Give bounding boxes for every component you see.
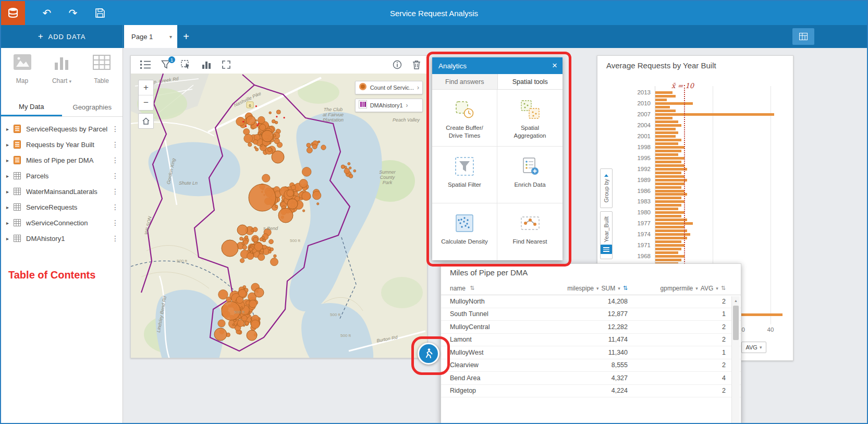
tab-geographies[interactable]: Geographies (62, 98, 123, 116)
expand-icon[interactable] (222, 60, 231, 69)
expand-caret-icon[interactable]: ▸ (6, 173, 14, 179)
bar-1972[interactable] (655, 240, 681, 243)
zoom-in-button[interactable]: + (139, 80, 153, 95)
table-row[interactable]: MulloyNorth14,2082 (441, 295, 741, 308)
chevron-down-icon[interactable]: ▾ (618, 286, 620, 291)
spatial-filter-tool[interactable]: Spatial Filter (432, 147, 497, 203)
bar-1978[interactable] (655, 219, 687, 221)
bar-1983[interactable] (655, 200, 684, 203)
enrich-data-tool[interactable]: Enrich Data (497, 147, 563, 203)
analytics-fab[interactable] (418, 343, 439, 365)
bar-1967[interactable] (655, 259, 681, 261)
legend-item-dmahistory1[interactable]: DMAhistory1 › (355, 99, 423, 112)
tab-page-1[interactable]: Page 1 ▾ (124, 25, 177, 48)
page-overview-button[interactable] (792, 28, 814, 45)
filter-icon[interactable]: 1 (161, 60, 170, 69)
map-viewport[interactable]: 6 p. Creek RdNashville PikeGordon XingSh… (131, 74, 427, 358)
tab-spatial-tools[interactable]: Spatial tools (498, 74, 563, 89)
bar-1982[interactable] (655, 204, 681, 207)
dataset-options-icon[interactable]: ⋮ (110, 156, 120, 164)
sort-icon[interactable]: ⇅ (623, 285, 628, 292)
chevron-down-icon[interactable]: ▾ (596, 286, 599, 291)
column-header-name[interactable]: name ⇅ (450, 285, 565, 292)
bar-2007[interactable] (655, 113, 774, 116)
bar-1974[interactable] (655, 233, 690, 236)
bar-1984[interactable] (655, 197, 681, 199)
dataset-options-icon[interactable]: ⋮ (110, 172, 120, 180)
bar-1997[interactable] (655, 150, 681, 152)
bar-2003[interactable] (655, 128, 676, 130)
bar-2008[interactable] (655, 110, 676, 112)
dataset-row-servicerequests-by-parcel[interactable]: ▸ServiceRequests by Parcel⋮ (1, 121, 123, 137)
create-chart-button[interactable]: Chart ▾ (42, 53, 82, 93)
dataset-options-icon[interactable]: ⋮ (110, 234, 120, 243)
tab-my-data[interactable]: My Data (1, 98, 62, 116)
y-axis-field-button[interactable]: Year_Built (600, 211, 613, 259)
scrollbar[interactable]: ▲ (731, 296, 740, 423)
bar-1989[interactable] (655, 179, 687, 181)
bar-1971[interactable] (655, 244, 684, 247)
drag-grip-icon[interactable] (601, 245, 612, 254)
expand-caret-icon[interactable]: ▸ (6, 158, 14, 163)
bar-2010[interactable] (655, 102, 693, 105)
bar-1970[interactable] (655, 248, 681, 250)
new-page-button[interactable]: + (177, 25, 195, 48)
bar-2000[interactable] (655, 139, 681, 141)
create-table-button[interactable]: Table (81, 53, 121, 93)
bar-2006[interactable] (655, 117, 673, 119)
scroll-up-icon[interactable]: ▲ (732, 296, 740, 305)
bar-1973[interactable] (655, 237, 687, 239)
bar-1985[interactable] (655, 193, 687, 196)
bar-2002[interactable] (655, 131, 678, 134)
dataset-row-requests-by-year-built[interactable]: ▸Requests by Year Built⋮ (1, 137, 123, 152)
bar-1986[interactable] (655, 190, 684, 192)
expand-caret-icon[interactable]: ▸ (6, 204, 14, 210)
bar-1977[interactable] (655, 222, 693, 225)
chevron-right-icon[interactable]: › (417, 84, 419, 91)
info-icon[interactable] (393, 60, 402, 69)
column-header-gpmpermile[interactable]: gpmpermile ▾ AVG ▾ ⇅ (628, 285, 726, 292)
dataset-options-icon[interactable]: ⋮ (110, 140, 120, 149)
chevron-right-icon[interactable]: › (406, 102, 408, 109)
statistic-dropdown[interactable]: AVG ▾ (741, 342, 766, 353)
table-row[interactable]: Ridgetop4,2242 (441, 385, 741, 398)
bar-2009[interactable] (655, 106, 670, 108)
bar-1987[interactable] (655, 186, 681, 189)
save-icon[interactable] (90, 1, 111, 25)
bar-1968[interactable] (655, 255, 684, 258)
scrollbar-thumb[interactable] (733, 306, 739, 340)
sort-icon[interactable]: ⇅ (721, 285, 726, 292)
calculate-density-tool[interactable]: Calculate Density (432, 203, 497, 260)
sort-icon[interactable]: ⇅ (470, 285, 474, 292)
bar-1993[interactable] (655, 164, 684, 167)
bar-1999[interactable] (655, 142, 678, 145)
bar-1979[interactable] (655, 215, 681, 217)
table-row[interactable]: Clearview8,5552 (441, 359, 741, 372)
dataset-options-icon[interactable]: ⋮ (110, 219, 120, 227)
close-icon[interactable]: × (552, 60, 557, 71)
bar-1975[interactable] (655, 229, 687, 232)
chevron-down-icon[interactable]: ▾ (716, 286, 718, 291)
bar-1998[interactable] (655, 146, 684, 149)
expand-caret-icon[interactable]: ▸ (6, 142, 14, 148)
legend-icon[interactable] (140, 60, 151, 69)
dataset-options-icon[interactable]: ⋮ (110, 203, 120, 211)
dataset-row-parcels[interactable]: ▸Parcels⋮ (1, 168, 123, 184)
tab-find-answers[interactable]: Find answers (432, 74, 498, 89)
add-data-button[interactable]: + ADD DATA (1, 25, 123, 48)
dataset-row-dmahistory1[interactable]: ▸DMAhistory1⋮ (1, 231, 123, 246)
bar-2001[interactable] (655, 135, 676, 138)
find-nearest-tool[interactable]: Find Nearest (497, 203, 563, 260)
legend-item-count-of-service[interactable]: Count of Servic... › (355, 81, 423, 94)
create-map-button[interactable]: Map (2, 53, 42, 93)
home-extent-button[interactable] (138, 113, 154, 129)
bar-2013[interactable] (655, 91, 673, 94)
expand-caret-icon[interactable]: ▸ (6, 220, 14, 226)
undo-icon[interactable]: ↶ (36, 1, 57, 25)
spatial-aggregation-tool[interactable]: Spatial Aggregation (497, 90, 563, 147)
bar-1991[interactable] (655, 172, 681, 174)
bar-1980[interactable] (655, 211, 684, 214)
bar-1995[interactable] (655, 157, 684, 160)
table-row[interactable]: Bend Area4,3274 (441, 372, 741, 385)
dataset-options-icon[interactable]: ⋮ (110, 125, 120, 133)
